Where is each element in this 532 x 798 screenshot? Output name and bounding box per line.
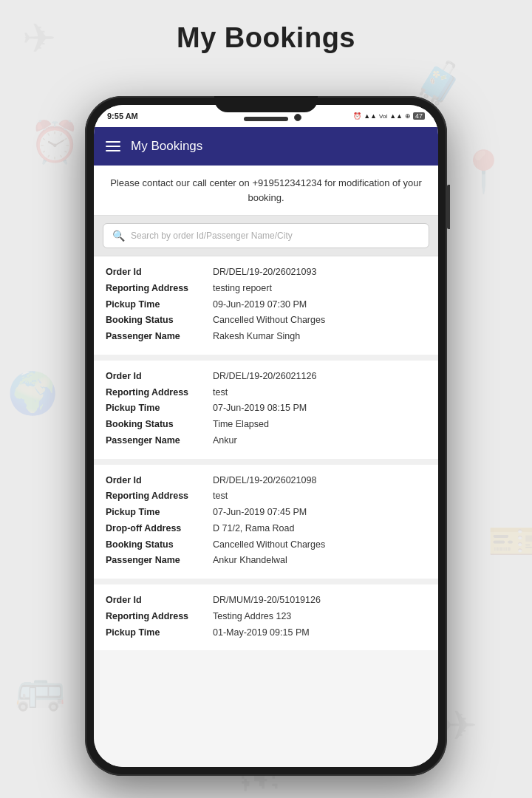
order-id-value-4: DR/MUM/19-20/51019126 [213, 593, 426, 607]
order-id-row-1: Order Id DR/DEL/19-20/26021093 [106, 265, 426, 279]
pickup-time-row-2: Pickup Time 07-Jun-2019 08:15 PM [106, 401, 426, 415]
pickup-time-value-4: 01-May-2019 09:15 PM [213, 626, 426, 640]
reporting-address-row-2: Reporting Address test [106, 386, 426, 400]
dropoff-address-label-3: Drop-off Address [106, 522, 213, 536]
booking-card-1[interactable]: Order Id DR/DEL/19-20/26021093 Reporting… [94, 256, 438, 361]
pickup-time-label-3: Pickup Time [106, 505, 213, 519]
reporting-address-value-2: test [213, 386, 426, 400]
order-id-label-3: Order Id [106, 474, 213, 488]
order-id-value-1: DR/DEL/19-20/26021093 [213, 265, 426, 279]
reporting-address-row-1: Reporting Address testing repoert [106, 282, 426, 296]
contact-notice: Please contact our call center on +91951… [94, 166, 438, 216]
booking-status-label-3: Booking Status [106, 538, 213, 552]
booking-status-row-2: Booking Status Time Elapsed [106, 417, 426, 432]
phone-camera [294, 114, 301, 121]
dropoff-address-value-3: D 71/2, Rama Road [213, 522, 426, 536]
data-icon: ▲▲ [389, 112, 403, 120]
reporting-address-label-3: Reporting Address [106, 489, 213, 503]
booking-status-value-1: Cancelled Without Charges [213, 313, 426, 327]
order-id-value-3: DR/DEL/19-20/26021098 [213, 474, 426, 488]
page-title-container: My Bookings [0, 22, 532, 54]
order-id-row-2: Order Id DR/DEL/19-20/26021126 [106, 369, 426, 383]
booking-status-label-1: Booking Status [106, 313, 213, 327]
pickup-time-row-4: Pickup Time 01-May-2019 09:15 PM [106, 626, 426, 640]
reporting-address-label-4: Reporting Address [106, 610, 213, 624]
pickup-time-label-4: Pickup Time [106, 626, 213, 640]
booking-status-value-3: Cancelled Without Charges [213, 538, 426, 552]
header-title: My Bookings [131, 139, 202, 154]
hamburger-menu-button[interactable] [106, 141, 120, 151]
reporting-address-value-1: testing repoert [213, 282, 426, 296]
pickup-time-row-3: Pickup Time 07-Jun-2019 07:45 PM [106, 505, 426, 519]
order-id-label-4: Order Id [106, 593, 213, 607]
reporting-address-row-4: Reporting Address Testing Addres 123 [106, 610, 426, 624]
passenger-name-label-3: Passenger Name [106, 553, 213, 567]
phone-screen: 9:55 AM ⏰ ▲▲ Vol ▲▲ ⊕ 47 My Bookings [94, 105, 438, 767]
booking-status-value-2: Time Elapsed [213, 417, 426, 432]
app-header: My Bookings [94, 127, 438, 166]
battery-icon: 47 [413, 112, 425, 120]
alarm-icon: ⏰ [353, 112, 361, 120]
reporting-address-label-2: Reporting Address [106, 386, 213, 400]
pickup-time-row-1: Pickup Time 09-Jun-2019 07:30 PM [106, 298, 426, 312]
pickup-time-value-3: 07-Jun-2019 07:45 PM [213, 505, 426, 519]
status-icons: ⏰ ▲▲ Vol ▲▲ ⊕ 47 [353, 112, 425, 120]
pickup-time-label-1: Pickup Time [106, 298, 213, 312]
order-id-row-3: Order Id DR/DEL/19-20/26021098 [106, 474, 426, 488]
phone-speaker [244, 117, 288, 121]
search-icon: 🔍 [112, 230, 125, 242]
phone-power-button [447, 185, 450, 229]
order-id-row-4: Order Id DR/MUM/19-20/51019126 [106, 593, 426, 607]
phone-frame: 9:55 AM ⏰ ▲▲ Vol ▲▲ ⊕ 47 My Bookings [85, 96, 447, 776]
passenger-name-row-2: Passenger Name Ankur [106, 434, 426, 448]
booking-card-2[interactable]: Order Id DR/DEL/19-20/26021126 Reporting… [94, 361, 438, 465]
booking-card-4[interactable]: Order Id DR/MUM/19-20/51019126 Reporting… [94, 584, 438, 650]
booking-card-3[interactable]: Order Id DR/DEL/19-20/26021098 Reporting… [94, 465, 438, 585]
order-id-label-2: Order Id [106, 369, 213, 383]
reporting-address-value-4: Testing Addres 123 [213, 610, 426, 624]
order-id-label-1: Order Id [106, 265, 213, 279]
reporting-address-value-3: test [213, 489, 426, 503]
signal-icon: ▲▲ [364, 112, 377, 120]
pickup-time-value-1: 09-Jun-2019 07:30 PM [213, 298, 426, 312]
order-id-value-2: DR/DEL/19-20/26021126 [213, 369, 426, 383]
wifi-icon: ⊕ [405, 112, 411, 120]
booking-status-row-1: Booking Status Cancelled Without Charges [106, 313, 426, 327]
passenger-name-label-1: Passenger Name [106, 330, 213, 344]
vol-icon: Vol [379, 113, 387, 120]
page-title: My Bookings [0, 22, 532, 54]
passenger-name-value-3: Ankur Khandelwal [213, 553, 426, 567]
booking-status-row-3: Booking Status Cancelled Without Charges [106, 538, 426, 552]
search-container: 🔍 Search by order Id/Passenger Name/City [94, 216, 438, 256]
pickup-time-value-2: 07-Jun-2019 08:15 PM [213, 401, 426, 415]
search-input[interactable]: Search by order Id/Passenger Name/City [131, 231, 293, 241]
passenger-name-row-3: Passenger Name Ankur Khandelwal [106, 553, 426, 567]
reporting-address-row-3: Reporting Address test [106, 489, 426, 503]
reporting-address-label-1: Reporting Address [106, 282, 213, 296]
passenger-name-label-2: Passenger Name [106, 434, 213, 448]
search-box[interactable]: 🔍 Search by order Id/Passenger Name/City [103, 223, 429, 248]
pickup-time-label-2: Pickup Time [106, 401, 213, 415]
phone-notch [214, 96, 318, 112]
content-area[interactable]: Please contact our call center on +91951… [94, 166, 438, 767]
dropoff-address-row-3: Drop-off Address D 71/2, Rama Road [106, 522, 426, 536]
booking-status-label-2: Booking Status [106, 417, 213, 432]
status-time: 9:55 AM [107, 112, 138, 120]
passenger-name-value-2: Ankur [213, 434, 426, 448]
passenger-name-value-1: Rakesh Kumar Singh [213, 330, 426, 344]
passenger-name-row-1: Passenger Name Rakesh Kumar Singh [106, 330, 426, 344]
